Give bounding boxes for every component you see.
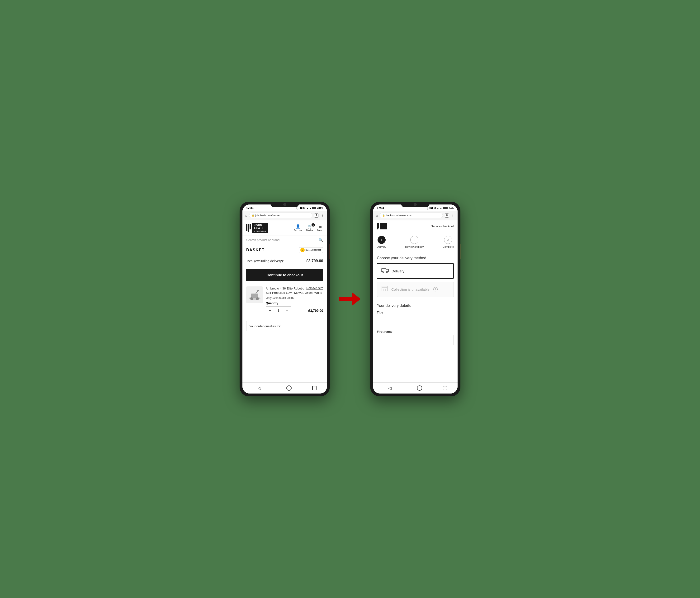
tab-count-1[interactable]: 5 — [314, 214, 319, 218]
back-button-2[interactable]: ◁ — [383, 384, 396, 392]
status-icons-1: 💬 🅿 ⦿ ▲ ▲ 84% — [296, 207, 323, 209]
browser-menu-2[interactable]: ⋮ — [451, 213, 455, 218]
account-label: Account — [294, 229, 302, 232]
menu-icon: ☰ — [319, 224, 322, 229]
total-section: Total (excluding delivery): £3,799.00 Co… — [243, 256, 327, 283]
wifi-icon: ▲ — [309, 207, 311, 209]
scene: 17:33 💬 🅿 ⦿ ▲ ▲ 84% ⌂ 🔒 — [240, 202, 460, 396]
product-item: Remove item Ambrogio 4.36 Elite Robotic … — [243, 283, 327, 318]
whatsapp-icon-2: 💬 — [427, 207, 430, 209]
home-icon-2[interactable]: ⌂ — [376, 214, 378, 217]
item-price: £3,799.00 — [308, 309, 323, 313]
search-icon[interactable]: 🔍 — [319, 238, 323, 242]
jl-bars-checkout — [377, 223, 379, 229]
battery-1 — [312, 207, 318, 209]
jl-header: JOHNLEWIS& PARTNERS 👤 Account 🛒 1 Basket — [243, 220, 327, 236]
firstname-input[interactable] — [377, 335, 454, 345]
qty-decrease-button[interactable]: − — [266, 306, 274, 315]
url-bar-1[interactable]: 🔒 johnlewis.com/basket — [249, 213, 312, 218]
secure-checkout-text: Secure checkout — [431, 224, 454, 228]
order-qualifies: Your order qualifies for: — [246, 321, 323, 331]
search-bar: Search product or brand 🔍 — [243, 236, 327, 244]
collection-option-label: Collection is unavailable — [391, 288, 429, 292]
jl-logo-checkout — [377, 223, 387, 229]
back-button-1[interactable]: ◁ — [253, 384, 266, 392]
total-value: £3,799.00 — [306, 259, 323, 263]
svg-point-3 — [256, 297, 259, 300]
search-placeholder: Search product or brand — [246, 238, 319, 242]
basket-label: Basket — [306, 229, 314, 232]
svg-rect-7 — [381, 269, 386, 272]
total-label: Total (excluding delivery): — [246, 259, 284, 263]
norton-badge: ✓ Norton SECURED — [299, 247, 323, 253]
bottom-nav-1: ◁ — [243, 382, 327, 394]
remove-link[interactable]: Remove item — [306, 286, 323, 290]
step-label-2: Review and pay — [405, 245, 424, 248]
nav-account[interactable]: 👤 Account — [294, 224, 302, 232]
phone-checkout: 17:34 💬 🅿 ⦿ ▲ ▲ 84% ⌂ 🔒 — [370, 202, 460, 396]
phone-camera-2 — [414, 203, 417, 206]
collection-option[interactable]: Collection is unavailable ? — [377, 282, 454, 297]
step-circle-1: 1 — [378, 236, 385, 244]
status-time-1: 17:33 — [246, 206, 254, 210]
jl-black-block — [380, 223, 387, 229]
status-time-2: 17:34 — [377, 206, 384, 210]
svg-point-2 — [250, 297, 253, 300]
jl-bar-1 — [246, 224, 247, 231]
phone-screen-1: 17:33 💬 🅿 ⦿ ▲ ▲ 84% ⌂ 🔒 — [243, 204, 327, 394]
vpn-icon: ⦿ — [303, 207, 305, 209]
question-icon[interactable]: ? — [433, 287, 438, 292]
recents-button-1[interactable] — [312, 386, 317, 390]
phone-basket: 17:33 💬 🅿 ⦿ ▲ ▲ 84% ⌂ 🔒 — [240, 202, 330, 396]
bottom-nav-2: ◁ — [373, 382, 457, 394]
nav-basket[interactable]: 🛒 1 Basket — [306, 224, 314, 232]
delivery-details-section: Your delivery details Title First name — [373, 303, 457, 353]
delivery-option-label: Delivery — [392, 269, 404, 273]
tab-count-2[interactable]: 5 — [445, 214, 449, 218]
url-bar-2[interactable]: 🔒 heckout.johnlewis.com — [380, 213, 443, 218]
norton-check-icon: ✓ — [300, 248, 305, 252]
qty-increase-button[interactable]: + — [283, 306, 291, 315]
checkout-button[interactable]: Continue to checkout — [246, 269, 323, 281]
svg-rect-12 — [384, 289, 385, 291]
title-field: Title — [377, 310, 454, 326]
quantity-label: Quantity — [266, 301, 323, 305]
browser-bar-2: ⌂ 🔒 heckout.johnlewis.com 5 ⋮ — [373, 211, 457, 220]
home-button-2[interactable] — [417, 385, 422, 391]
delivery-details-heading: Your delivery details — [377, 303, 454, 308]
signal-icon-2: ▲ — [437, 207, 439, 209]
wifi-icon-2: ▲ — [440, 207, 442, 209]
total-row: Total (excluding delivery): £3,799.00 — [246, 256, 323, 266]
arrow-svg — [339, 291, 361, 307]
delivery-option[interactable]: Delivery — [377, 263, 454, 279]
page-content-1: JOHNLEWIS& PARTNERS 👤 Account 🛒 1 Basket — [243, 220, 327, 382]
product-stock: Only 10 in stock online — [266, 296, 323, 299]
step-review: 2 Review and pay — [405, 236, 424, 248]
delivery-truck-icon — [381, 268, 389, 275]
recents-button-2[interactable] — [443, 386, 447, 390]
status-icons-2: 💬 🅿 ⦿ ▲ ▲ 84% — [427, 207, 454, 209]
basket-title: BASKET — [246, 248, 265, 252]
nav-menu[interactable]: ☰ Menu — [317, 224, 323, 232]
phone-screen-2: 17:34 💬 🅿 ⦿ ▲ ▲ 84% ⌂ 🔒 — [373, 204, 457, 394]
title-input[interactable] — [377, 316, 405, 326]
home-button-1[interactable] — [286, 385, 292, 391]
home-icon-1[interactable]: ⌂ — [245, 214, 247, 217]
url-text-1: johnlewis.com/basket — [255, 214, 280, 217]
browser-menu-1[interactable]: ⋮ — [320, 213, 324, 218]
step-connector-1 — [388, 240, 403, 240]
phone-camera — [283, 203, 286, 206]
basket-badge: 1 — [311, 223, 315, 227]
progress-steps: 1 Delivery 2 Review and pay 3 Complete — [373, 232, 457, 252]
account-icon: 👤 — [296, 224, 300, 229]
delivery-method-heading: Choose your delivery method — [377, 256, 454, 260]
quantity-controls: − 1 + — [266, 306, 291, 315]
jl-bar-3 — [250, 224, 251, 229]
step-label-1: Delivery — [377, 245, 386, 248]
step-circle-3: 3 — [444, 236, 452, 244]
jl-logo: JOHNLEWIS& PARTNERS — [246, 223, 268, 233]
step-circle-2: 2 — [410, 236, 418, 244]
lock-icon-2: 🔒 — [382, 214, 385, 217]
product-img-svg — [247, 289, 262, 301]
delivery-section: Choose your delivery method Delivery — [373, 252, 457, 303]
